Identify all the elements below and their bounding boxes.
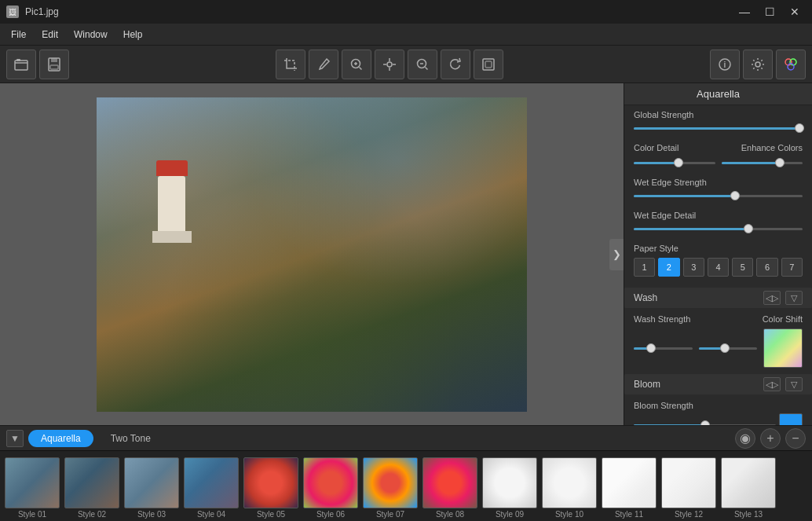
thumbnail-label-12: Style 12 <box>675 510 703 519</box>
collapse-button[interactable]: ▼ <box>6 430 24 447</box>
menu-help[interactable]: Help <box>115 26 151 43</box>
thumbnail-image-4 <box>184 457 239 508</box>
crop-button[interactable] <box>276 50 305 79</box>
toolbar: i <box>0 46 812 83</box>
wash-effect-row: Wash ◁▷ ▽ <box>624 288 812 308</box>
bloom-strength-slider[interactable] <box>634 420 776 425</box>
paper-btn-1[interactable]: 1 <box>634 258 655 277</box>
thumbnail-item-8[interactable]: Style 08 <box>421 457 479 519</box>
wash-prev-button[interactable]: ◁▷ <box>763 291 781 305</box>
app-icon: 🖼 <box>6 6 19 18</box>
info-button[interactable]: i <box>710 50 740 79</box>
menu-file[interactable]: File <box>3 26 34 43</box>
svg-rect-1 <box>16 59 20 61</box>
color-shift-slider[interactable] <box>699 343 758 354</box>
maximize-button[interactable]: ☐ <box>759 1 781 23</box>
svg-rect-8 <box>483 59 494 70</box>
thumbnail-item-7[interactable]: Style 07 <box>361 457 419 519</box>
wash-strength-slider[interactable] <box>634 343 693 354</box>
thumbnail-item-3[interactable]: Style 03 <box>123 457 181 519</box>
effects-button[interactable] <box>776 50 806 79</box>
wet-edge-detail-slider[interactable] <box>634 223 803 234</box>
rotate-button[interactable] <box>441 50 470 79</box>
circle-icon-button[interactable]: ◉ <box>735 428 755 449</box>
paper-btn-7[interactable]: 7 <box>781 258 803 277</box>
bloom-strength-row <box>634 413 803 425</box>
thumbnail-item-4[interactable]: Style 04 <box>182 457 240 519</box>
global-strength-slider[interactable] <box>634 123 803 134</box>
thumbnail-label-9: Style 09 <box>496 510 524 519</box>
svg-rect-0 <box>15 61 27 70</box>
svg-point-6 <box>387 62 392 67</box>
bloom-prev-button[interactable]: ◁▷ <box>763 377 781 391</box>
close-button[interactable]: ✕ <box>784 1 806 23</box>
title-bar-controls: — ☐ ✕ <box>733 1 806 23</box>
thumbnail-image-7 <box>363 457 418 508</box>
thumbnail-item-6[interactable]: Style 06 <box>302 457 360 519</box>
thumbnail-item-12[interactable]: Style 12 <box>660 457 718 519</box>
menu-window[interactable]: Window <box>66 26 115 43</box>
brush-button[interactable] <box>309 50 338 79</box>
wet-edge-strength-section: Wet Edge Strength <box>624 173 812 206</box>
enhance-colors-slider[interactable] <box>722 157 803 168</box>
thumbnail-label-7: Style 07 <box>376 510 404 519</box>
tab-aquarella[interactable]: Aquarella <box>28 430 93 447</box>
lighthouse <box>148 160 196 239</box>
color-detail-label: Color Detail <box>634 143 678 152</box>
wash-label: Wash <box>634 292 763 303</box>
sidebar-scroll[interactable]: Global Strength Color Detail Enhance Col… <box>624 105 812 425</box>
thumbnail-item-2[interactable]: Style 02 <box>63 457 121 519</box>
paper-btn-3[interactable]: 3 <box>683 258 704 277</box>
sidebar-collapse-button[interactable]: ❯ <box>609 239 624 270</box>
paper-btn-6[interactable]: 6 <box>756 258 777 277</box>
thumbnail-item-11[interactable]: Style 11 <box>600 457 658 519</box>
paper-style-label: Paper Style <box>634 244 803 253</box>
frame-button[interactable] <box>474 50 503 79</box>
thumbnail-image-11 <box>602 457 657 508</box>
pan-button[interactable] <box>375 50 404 79</box>
sidebar-title: Aquarella <box>624 83 812 105</box>
wash-color-controls <box>634 328 803 368</box>
thumbnail-item-13[interactable]: Style 13 <box>719 457 777 519</box>
paper-btn-4[interactable]: 4 <box>708 258 729 277</box>
remove-style-button[interactable]: − <box>785 428 806 449</box>
thumbnail-label-6: Style 06 <box>316 510 345 519</box>
thumbnail-item-1[interactable]: Style 01 <box>3 457 61 519</box>
minimize-button[interactable]: — <box>733 1 755 23</box>
bloom-label: Bloom <box>634 379 763 390</box>
canvas-image[interactable] <box>97 97 527 412</box>
bottom-tabs: ▼ Aquarella Two Tone ◉ + − <box>0 425 812 450</box>
thumbnail-label-1: Style 01 <box>18 510 46 519</box>
thumbnail-item-5[interactable]: Style 05 <box>242 457 300 519</box>
thumbnail-image-9 <box>482 457 537 508</box>
wet-edge-detail-section: Wet Edge Detail <box>624 206 812 239</box>
dual-label-color: Color Detail Enhance Colors <box>634 143 803 156</box>
bloom-color-swatch[interactable] <box>779 413 803 425</box>
wash-toggle-button[interactable]: ▽ <box>785 291 803 305</box>
thumbnail-image-3 <box>124 457 179 508</box>
tab-two-tone[interactable]: Two Tone <box>98 430 163 447</box>
menu-edit[interactable]: Edit <box>34 26 66 43</box>
zoom-in-button[interactable] <box>342 50 371 79</box>
thumbnail-image-13 <box>721 457 776 508</box>
thumbnail-label-5: Style 05 <box>257 510 285 519</box>
bloom-toggle-button[interactable]: ▽ <box>785 377 803 391</box>
window-title: Pic1.jpg <box>25 6 59 17</box>
paper-btn-2[interactable]: 2 <box>658 258 679 277</box>
open-file-button[interactable] <box>6 50 36 79</box>
wet-edge-strength-slider[interactable] <box>634 190 803 201</box>
settings-button[interactable] <box>743 50 773 79</box>
paper-btn-5[interactable]: 5 <box>732 258 753 277</box>
wash-color-labels: Wash Strength Color Shift <box>634 314 803 327</box>
color-detail-slider[interactable] <box>634 157 715 168</box>
tab-left: ▼ Aquarella Two Tone <box>6 430 163 447</box>
svg-rect-9 <box>485 61 492 68</box>
thumbnail-item-9[interactable]: Style 09 <box>481 457 539 519</box>
add-style-button[interactable]: + <box>760 428 781 449</box>
thumbnail-label-4: Style 04 <box>197 510 225 519</box>
art-overlay <box>97 97 527 412</box>
thumbnail-item-10[interactable]: Style 10 <box>540 457 598 519</box>
save-button[interactable] <box>39 50 69 79</box>
paper-style-buttons: 1 2 3 4 5 6 7 <box>634 258 803 277</box>
zoom-out-button[interactable] <box>408 50 437 79</box>
